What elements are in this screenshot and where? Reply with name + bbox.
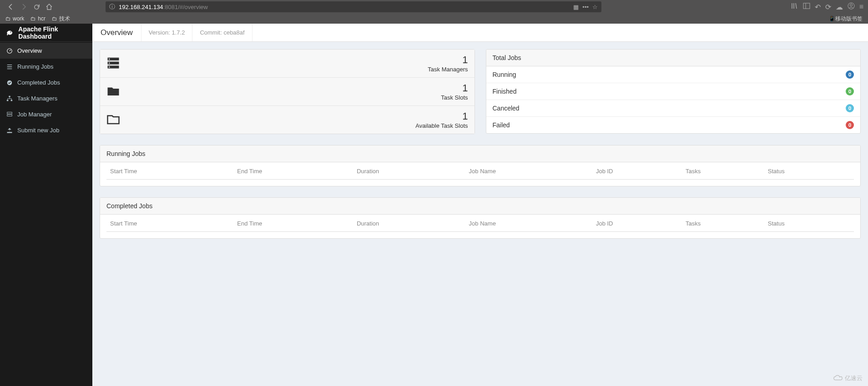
- sidebar-item-task-managers[interactable]: Task Managers: [0, 90, 92, 106]
- status-badge: 0: [846, 121, 854, 129]
- sidebar-item-label: Job Manager: [17, 111, 52, 118]
- sidebar-item-label: Running Jobs: [17, 63, 54, 70]
- info-icon: ⓘ: [109, 3, 115, 11]
- url-text: 192.168.241.134:8081/#/overview: [119, 4, 208, 10]
- stat-value: 1: [122, 82, 468, 94]
- redo-icon[interactable]: ⟳: [825, 3, 831, 11]
- status-badge: 0: [846, 70, 854, 79]
- col-status[interactable]: Status: [764, 162, 854, 180]
- col-jobname[interactable]: Job Name: [465, 162, 592, 180]
- server-icon: [6, 111, 13, 118]
- server-icon: [106, 56, 122, 71]
- library-icon[interactable]: [791, 2, 798, 11]
- sidebar-icon[interactable]: [803, 2, 810, 11]
- dashboard-icon: [6, 48, 13, 54]
- svg-rect-7: [9, 95, 10, 97]
- col-end[interactable]: End Time: [233, 215, 353, 232]
- sidebar-item-label: Overview: [17, 47, 42, 54]
- stat-task-slots: 1 Task Slots: [100, 78, 474, 106]
- svg-rect-8: [7, 100, 9, 101]
- completed-jobs-table: Start Time End Time Duration Job Name Jo…: [106, 215, 854, 232]
- reload-button[interactable]: [30, 0, 43, 13]
- sidebar-item-submit-job[interactable]: Submit new Job: [0, 122, 92, 138]
- bookmark-work[interactable]: 🗀work: [5, 15, 24, 22]
- col-tasks[interactable]: Tasks: [682, 162, 764, 180]
- stat-label: Available Task Slots: [122, 122, 468, 129]
- panel-title: Running Jobs: [100, 145, 860, 162]
- col-start[interactable]: Start Time: [106, 215, 233, 232]
- list-icon: [6, 64, 13, 70]
- url-bar[interactable]: ⓘ 192.168.241.134:8081/#/overview ▦ ••• …: [106, 1, 601, 12]
- bookmark-hcr[interactable]: 🗀hcr: [30, 15, 45, 22]
- status-label: Canceled: [493, 105, 520, 112]
- status-canceled: Canceled 0: [486, 100, 861, 117]
- stats-panel: 1 Task Managers 1 Task Slots: [100, 49, 475, 134]
- status-finished: Finished 0: [486, 83, 861, 100]
- undo-icon[interactable]: ↶: [815, 3, 821, 11]
- sidebar-item-job-manager[interactable]: Job Manager: [0, 106, 92, 122]
- sidebar-item-label: Submit new Job: [17, 127, 60, 134]
- app-title: Apache Flink Dashboard: [18, 25, 87, 40]
- sidebar-header: Apache Flink Dashboard: [0, 24, 92, 42]
- status-label: Running: [493, 71, 516, 78]
- stat-task-managers: 1 Task Managers: [100, 50, 474, 78]
- status-badge: 0: [846, 104, 854, 112]
- browser-chrome: ⓘ 192.168.241.134:8081/#/overview ▦ ••• …: [0, 0, 868, 24]
- home-button[interactable]: [43, 0, 56, 13]
- col-jobname[interactable]: Job Name: [465, 215, 592, 232]
- col-duration[interactable]: Duration: [353, 215, 465, 232]
- bookmark-tech[interactable]: 🗀技术: [52, 15, 70, 23]
- col-end[interactable]: End Time: [233, 162, 353, 180]
- svg-point-4: [10, 31, 11, 32]
- bookmarks-bar: 🗀work 🗀hcr 🗀技术 📱移动版书签: [0, 14, 868, 24]
- version-info: Version: 1.7.2: [141, 24, 193, 41]
- sidebar-item-overview[interactable]: Overview: [0, 43, 92, 59]
- stat-label: Task Slots: [122, 94, 468, 101]
- cloud-icon[interactable]: ☁: [836, 3, 843, 11]
- mobile-bookmarks[interactable]: 📱移动版书签: [828, 15, 863, 23]
- bookmark-icon[interactable]: ☆: [592, 4, 598, 10]
- topbar: Overview Version: 1.7.2 Commit: ceba8af: [92, 24, 868, 42]
- page-title: Overview: [92, 24, 141, 41]
- watermark: 亿速云: [833, 374, 863, 382]
- check-icon: [6, 80, 13, 86]
- stat-value: 1: [122, 54, 468, 66]
- folder-icon: 🗀: [52, 15, 57, 22]
- stat-available-slots: 1 Available Task Slots: [100, 106, 474, 134]
- forward-button[interactable]: [17, 0, 30, 13]
- status-badge: 0: [846, 87, 854, 95]
- col-jobid[interactable]: Job ID: [592, 162, 682, 180]
- total-jobs-panel: Total Jobs Running 0 Finished 0: [486, 49, 861, 134]
- more-icon[interactable]: •••: [582, 4, 589, 10]
- stat-label: Task Managers: [122, 66, 468, 73]
- sidebar-item-label: Task Managers: [17, 95, 57, 102]
- account-icon[interactable]: [848, 2, 855, 11]
- completed-jobs-panel: Completed Jobs Start Time End Time Durat…: [100, 197, 861, 239]
- status-running: Running 0: [486, 66, 861, 83]
- qr-icon[interactable]: ▦: [573, 4, 579, 10]
- folder-icon: [106, 84, 122, 100]
- sidebar: Apache Flink Dashboard Overview Running …: [0, 24, 92, 386]
- svg-point-3: [850, 4, 852, 6]
- sidebar-item-completed-jobs[interactable]: Completed Jobs: [0, 75, 92, 90]
- flink-logo-icon: [5, 28, 14, 37]
- svg-rect-11: [7, 115, 12, 116]
- status-label: Failed: [493, 121, 510, 129]
- col-duration[interactable]: Duration: [353, 162, 465, 180]
- sidebar-item-running-jobs[interactable]: Running Jobs: [0, 59, 92, 75]
- back-button[interactable]: [5, 0, 17, 13]
- panel-title: Total Jobs: [486, 50, 861, 66]
- svg-rect-10: [7, 112, 12, 114]
- sitemap-icon: [6, 95, 13, 102]
- upload-icon: [6, 127, 13, 134]
- running-jobs-table: Start Time End Time Duration Job Name Jo…: [106, 162, 854, 180]
- folder-icon: 🗀: [30, 15, 36, 22]
- svg-point-17: [109, 66, 110, 68]
- col-start[interactable]: Start Time: [106, 162, 233, 180]
- col-status[interactable]: Status: [764, 215, 854, 232]
- status-label: Finished: [493, 88, 517, 95]
- sidebar-item-label: Completed Jobs: [17, 79, 60, 86]
- col-jobid[interactable]: Job ID: [592, 215, 682, 232]
- col-tasks[interactable]: Tasks: [682, 215, 764, 232]
- menu-icon[interactable]: ≡: [859, 3, 863, 11]
